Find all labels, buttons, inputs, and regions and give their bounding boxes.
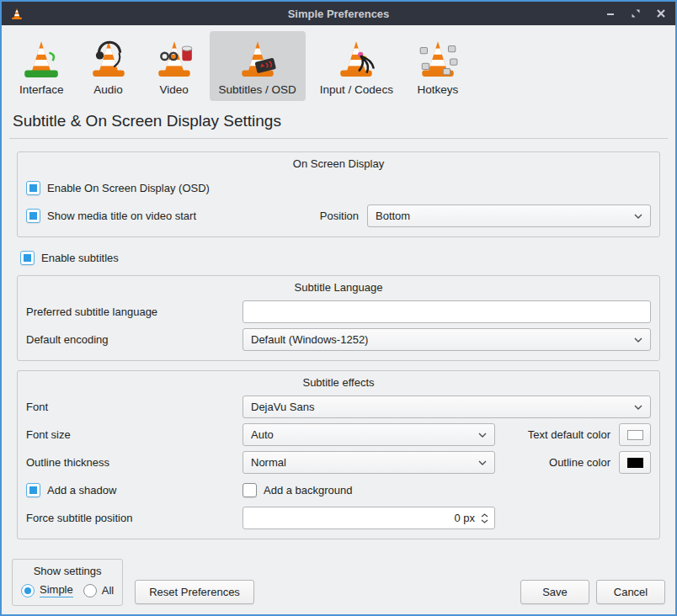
reset-preferences-button[interactable]: Reset Preferences [135, 580, 254, 604]
spinner-arrows[interactable] [481, 513, 488, 523]
add-shadow-label: Add a shadow [47, 484, 116, 497]
spin-down-icon [481, 519, 488, 523]
subtitles-tab-icon [237, 37, 279, 79]
chevron-down-icon [634, 214, 642, 219]
input-codecs-tab-icon [335, 37, 377, 79]
hotkeys-tab-icon [417, 37, 459, 79]
radio-simple[interactable]: Simple [21, 583, 73, 597]
font-label: Font [26, 401, 243, 413]
audio-tab-icon [88, 37, 130, 79]
chevron-down-icon [634, 337, 642, 343]
chevron-down-icon [478, 460, 487, 465]
font-dropdown[interactable]: DejaVu Sans [243, 396, 651, 418]
vlc-cone-icon [10, 7, 24, 20]
chevron-down-icon [634, 405, 642, 410]
font-value: DejaVu Sans [251, 401, 314, 413]
font-size-value: Auto [251, 428, 274, 441]
enable-subtitles-checkbox[interactable]: Enable subtitles [20, 251, 119, 265]
enable-osd-checkbox[interactable]: Enable On Screen Display (OSD) [26, 181, 210, 195]
default-encoding-value: Default (Windows-1252) [251, 333, 368, 346]
add-shadow-checkbox[interactable]: Add a shadow [26, 483, 243, 497]
enable-osd-label: Enable On Screen Display (OSD) [47, 182, 210, 194]
preferences-toolbar: Interface Audio [2, 25, 675, 104]
add-background-checkbox[interactable]: Add a background [243, 483, 353, 497]
default-encoding-label: Default encoding [26, 333, 243, 346]
position-label: Position [320, 210, 359, 222]
tab-interface[interactable]: Interface [10, 31, 73, 101]
force-subtitle-position-value: 0 px [454, 512, 475, 524]
video-tab-icon [153, 37, 195, 79]
tab-label: Subtitles / OSD [219, 83, 296, 96]
tab-label: Hotkeys [418, 83, 459, 96]
position-dropdown[interactable]: Bottom [367, 204, 651, 227]
simple-preferences-window: Simple Preferences [0, 0, 677, 616]
cancel-button[interactable]: Cancel [596, 580, 665, 604]
preferred-language-input[interactable] [243, 300, 651, 323]
chevron-down-icon [478, 433, 487, 438]
footer: Show settings Simple All Reset Preferenc… [2, 559, 675, 614]
checkbox-icon [20, 251, 35, 265]
default-encoding-dropdown[interactable]: Default (Windows-1252) [243, 328, 651, 351]
page-title: Subtitle & On Screen Display Settings [13, 112, 675, 130]
tab-label: Audio [93, 83, 123, 96]
titlebar: Simple Preferences [2, 2, 675, 25]
outline-color-label: Outline color [549, 456, 610, 469]
radio-icon [21, 584, 35, 597]
force-subtitle-position-label: Force subtitle position [26, 512, 243, 524]
outline-thickness-label: Outline thickness [26, 456, 243, 469]
tab-audio[interactable]: Audio [78, 31, 139, 101]
radio-icon [83, 584, 97, 597]
font-size-dropdown[interactable]: Auto [243, 423, 495, 446]
radio-all[interactable]: All [83, 584, 114, 597]
tab-label: Video [159, 83, 188, 96]
subtitle-language-group-title: Subtitle Language [26, 279, 651, 298]
checkbox-icon [26, 181, 40, 195]
text-default-color-label: Text default color [528, 428, 610, 441]
tab-subtitles-osd[interactable]: Subtitles / OSD [210, 31, 306, 101]
enable-subtitles-label: Enable subtitles [41, 252, 119, 264]
text-default-color-button[interactable] [619, 423, 651, 446]
osd-group: On Screen Display Enable On Screen Displ… [17, 151, 660, 237]
checkbox-icon [243, 483, 257, 497]
checkbox-icon [26, 209, 40, 223]
subtitle-effects-group-title: Subtitle effects [26, 374, 651, 393]
subtitle-effects-group: Subtitle effects Font DejaVu Sans Font s… [17, 370, 660, 539]
show-settings-group: Show settings Simple All [12, 559, 123, 606]
outline-thickness-value: Normal [251, 456, 286, 469]
force-subtitle-position-spinbox[interactable]: 0 px [243, 507, 495, 529]
radio-simple-label: Simple [40, 583, 73, 597]
white-color-swatch [627, 430, 643, 440]
tab-video[interactable]: Video [144, 31, 205, 101]
restore-icon[interactable] [630, 8, 642, 19]
add-background-label: Add a background [264, 484, 353, 497]
checkbox-icon [26, 483, 40, 497]
outline-color-button[interactable] [619, 451, 651, 474]
show-media-title-checkbox[interactable]: Show media title on video start [26, 209, 196, 223]
tab-label: Interface [19, 83, 64, 96]
save-button[interactable]: Save [520, 580, 589, 604]
tab-input-codecs[interactable]: Input / Codecs [311, 31, 402, 101]
tab-label: Input / Codecs [320, 83, 393, 96]
radio-all-label: All [102, 584, 114, 597]
heading-divider [9, 138, 668, 139]
show-settings-title: Show settings [21, 563, 114, 583]
tab-hotkeys[interactable]: Hotkeys [408, 31, 468, 101]
outline-thickness-dropdown[interactable]: Normal [243, 451, 495, 474]
subtitle-language-group: Subtitle Language Preferred subtitle lan… [17, 275, 660, 361]
spin-up-icon [481, 513, 488, 518]
close-icon[interactable] [655, 8, 667, 19]
black-color-swatch [627, 458, 643, 468]
interface-tab-icon [20, 37, 62, 79]
osd-group-title: On Screen Display [26, 155, 651, 174]
show-media-title-label: Show media title on video start [47, 210, 196, 222]
preferred-language-label: Preferred subtitle language [26, 305, 243, 318]
window-controls [605, 8, 667, 19]
font-size-label: Font size [26, 428, 243, 441]
window-title: Simple Preferences [2, 8, 675, 20]
minimize-icon[interactable] [605, 8, 616, 19]
position-value: Bottom [376, 210, 410, 222]
